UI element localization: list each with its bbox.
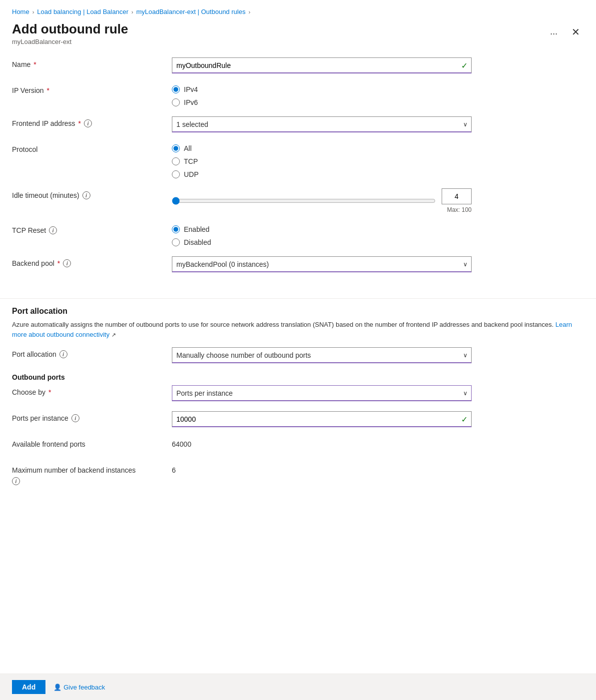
add-button[interactable]: Add — [12, 680, 45, 694]
choose-by-label: Choose by * — [12, 385, 172, 396]
frontend-ip-label: Frontend IP address * i — [12, 116, 172, 127]
frontend-ip-control: 1 selected ∨ — [172, 116, 472, 132]
max-backend-instances-info-icon[interactable]: i — [12, 477, 20, 485]
ports-per-instance-input-wrapper: ✓ — [172, 411, 472, 427]
max-backend-instances-value: 6 — [172, 463, 472, 474]
ip-version-ipv6-label: IPv6 — [184, 98, 198, 106]
breadcrumb-home[interactable]: Home — [12, 8, 29, 15]
breadcrumb-sep-2: › — [131, 9, 133, 15]
breadcrumb-sep-3: › — [248, 9, 250, 15]
idle-timeout-value-input[interactable] — [442, 188, 472, 204]
port-allocation-row: Port allocation i Manually choose number… — [12, 347, 584, 363]
protocol-control: All TCP UDP — [172, 142, 472, 178]
frontend-ip-required: * — [78, 119, 81, 127]
external-link-icon: ↗ — [111, 332, 116, 338]
section-divider — [0, 298, 596, 299]
tcp-reset-disabled-radio[interactable] — [172, 238, 180, 246]
ellipsis-button[interactable]: ... — [546, 24, 562, 39]
max-backend-instances-row: Maximum number of backend instances i 6 — [12, 463, 584, 485]
idle-timeout-row: Idle timeout (minutes) i Max: 100 — [12, 188, 584, 213]
page-title-area: Add outbound rule myLoadBalancer-ext — [12, 21, 128, 45]
ip-version-control: IPv4 IPv6 — [172, 83, 472, 106]
ports-per-instance-input[interactable] — [172, 411, 472, 427]
port-allocation-control: Manually choose number of outbound ports… — [172, 347, 472, 363]
protocol-all-radio[interactable] — [172, 144, 180, 152]
footer-bar: Add 👤 Give feedback — [0, 674, 596, 700]
name-input[interactable] — [172, 57, 472, 73]
protocol-all-label: All — [184, 144, 192, 152]
protocol-label: Protocol — [12, 142, 172, 153]
ip-version-ipv4[interactable]: IPv4 — [172, 85, 472, 93]
protocol-tcp[interactable]: TCP — [172, 157, 472, 165]
protocol-udp[interactable]: UDP — [172, 170, 472, 178]
port-allocation-section-title: Port allocation — [0, 307, 596, 316]
ip-version-ipv6-radio[interactable] — [172, 98, 180, 106]
ip-version-ipv4-label: IPv4 — [184, 85, 198, 93]
protocol-tcp-label: TCP — [184, 157, 198, 165]
ports-per-instance-info-icon[interactable]: i — [71, 414, 79, 422]
port-allocation-select[interactable]: Manually choose number of outbound ports — [172, 347, 472, 363]
tcp-reset-row: TCP Reset i Enabled Disabled — [12, 223, 584, 246]
ip-version-required: * — [47, 86, 49, 94]
header-actions: ... ✕ — [546, 24, 584, 39]
tcp-reset-radio-group: Enabled Disabled — [172, 223, 472, 246]
idle-timeout-control: Max: 100 — [172, 188, 472, 213]
page-subtitle: myLoadBalancer-ext — [12, 38, 128, 45]
idle-timeout-value-col: Max: 100 — [442, 188, 472, 213]
idle-timeout-label: Idle timeout (minutes) i — [12, 188, 172, 199]
available-frontend-ports-value: 64000 — [172, 437, 472, 448]
feedback-person-icon: 👤 — [53, 684, 61, 691]
breadcrumb: Home › Load balancing | Load Balancer › … — [0, 0, 596, 19]
backend-pool-info-icon[interactable]: i — [63, 259, 71, 267]
breadcrumb-sep-1: › — [32, 9, 34, 15]
ports-per-instance-control: ✓ — [172, 411, 472, 427]
protocol-udp-label: UDP — [184, 170, 199, 178]
ip-version-ipv4-radio[interactable] — [172, 85, 180, 93]
give-feedback-link[interactable]: 👤 Give feedback — [53, 684, 105, 691]
close-button[interactable]: ✕ — [568, 25, 584, 39]
idle-timeout-max-label: Max: 100 — [442, 206, 472, 213]
protocol-tcp-radio[interactable] — [172, 157, 180, 165]
breadcrumb-outbound-rules[interactable]: myLoadBalancer-ext | Outbound rules — [136, 8, 246, 15]
page-header: Add outbound rule myLoadBalancer-ext ...… — [0, 19, 596, 53]
protocol-radio-group: All TCP UDP — [172, 142, 472, 178]
tcp-reset-control: Enabled Disabled — [172, 223, 472, 246]
backend-pool-select[interactable]: myBackendPool (0 instances) — [172, 256, 472, 272]
breadcrumb-loadbalancer[interactable]: Load balancing | Load Balancer — [37, 8, 128, 15]
tcp-reset-label: TCP Reset i — [12, 223, 172, 234]
port-allocation-info-icon[interactable]: i — [59, 350, 67, 358]
choose-by-control: Ports per instance ∨ — [172, 385, 472, 401]
ip-version-ipv6[interactable]: IPv6 — [172, 98, 472, 106]
backend-pool-label: Backend pool * i — [12, 256, 172, 267]
name-control: ✓ — [172, 57, 472, 73]
name-checkmark-icon: ✓ — [461, 61, 468, 70]
ports-per-instance-row: Ports per instance i ✓ — [12, 411, 584, 427]
name-required: * — [33, 60, 36, 68]
backend-pool-select-wrapper: myBackendPool (0 instances) ∨ — [172, 256, 472, 272]
available-frontend-ports-row: Available frontend ports 64000 — [12, 437, 584, 453]
tcp-reset-disabled[interactable]: Disabled — [172, 238, 472, 246]
protocol-all[interactable]: All — [172, 144, 472, 152]
available-frontend-ports-label: Available frontend ports — [12, 437, 172, 448]
frontend-ip-select-wrapper: 1 selected ∨ — [172, 116, 472, 132]
outbound-ports-label: Outbound ports — [12, 373, 584, 381]
port-allocation-section: Port allocation i Manually choose number… — [0, 347, 596, 485]
tcp-reset-enabled-radio[interactable] — [172, 225, 180, 233]
protocol-udp-radio[interactable] — [172, 170, 180, 178]
frontend-ip-info-icon[interactable]: i — [84, 119, 92, 127]
tcp-reset-info-icon[interactable]: i — [49, 226, 57, 234]
frontend-ip-select[interactable]: 1 selected — [172, 116, 472, 132]
backend-pool-control: myBackendPool (0 instances) ∨ — [172, 256, 472, 272]
backend-pool-required: * — [57, 259, 60, 267]
port-allocation-select-wrapper: Manually choose number of outbound ports… — [172, 347, 472, 363]
tcp-reset-enabled-label: Enabled — [184, 225, 209, 233]
name-input-wrapper: ✓ — [172, 57, 472, 73]
tcp-reset-enabled[interactable]: Enabled — [172, 225, 472, 233]
idle-timeout-slider-row: Max: 100 — [172, 188, 472, 213]
idle-timeout-slider[interactable] — [172, 197, 436, 205]
idle-timeout-info-icon[interactable]: i — [82, 191, 90, 199]
outbound-ports-group: Outbound ports — [12, 373, 584, 381]
max-backend-instances-label: Maximum number of backend instances i — [12, 463, 172, 485]
choose-by-select[interactable]: Ports per instance — [172, 385, 472, 401]
ip-version-radio-group: IPv4 IPv6 — [172, 83, 472, 106]
